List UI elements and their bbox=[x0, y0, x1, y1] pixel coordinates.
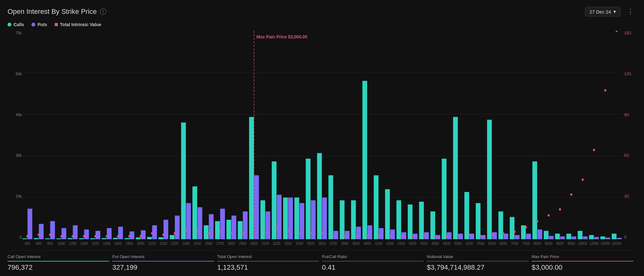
svg-rect-209 bbox=[617, 238, 621, 239]
svg-rect-42 bbox=[140, 235, 142, 237]
svg-rect-28 bbox=[102, 238, 107, 239]
svg-rect-5 bbox=[39, 224, 44, 239]
svg-rect-186 bbox=[548, 214, 550, 217]
call-oi-label: Call Open Interest bbox=[8, 254, 109, 259]
svg-rect-210 bbox=[616, 31, 618, 32]
total-oi-label: Total Open Interest bbox=[217, 254, 319, 259]
svg-rect-152 bbox=[453, 117, 458, 239]
svg-rect-53 bbox=[175, 216, 180, 239]
svg-text:2600: 2600 bbox=[205, 241, 213, 245]
put-call-value: 0.41 bbox=[322, 263, 424, 272]
svg-rect-44 bbox=[147, 237, 152, 239]
svg-text:2400: 2400 bbox=[182, 241, 190, 245]
svg-rect-154 bbox=[457, 235, 459, 237]
svg-rect-2 bbox=[26, 235, 28, 237]
footer-max-pain: Max Pain Price $3,000.00 bbox=[532, 251, 636, 276]
puts-icon bbox=[31, 23, 35, 26]
calls-icon bbox=[8, 23, 11, 26]
date-selector[interactable]: 27 Dec 24 ▾ bbox=[585, 7, 621, 17]
svg-rect-58 bbox=[185, 229, 187, 231]
notional-value: $3,794,714,988.27 bbox=[427, 263, 528, 272]
svg-rect-206 bbox=[604, 89, 606, 92]
svg-rect-25 bbox=[96, 231, 100, 239]
svg-rect-6 bbox=[38, 234, 40, 236]
total-underline bbox=[217, 261, 319, 262]
svg-rect-16 bbox=[68, 238, 73, 239]
svg-text:3200: 3200 bbox=[273, 241, 280, 245]
puts-label: Puts bbox=[37, 22, 47, 27]
svg-text:3600: 3600 bbox=[318, 241, 326, 245]
info-icon[interactable]: i bbox=[100, 8, 106, 15]
footer-total-oi: Total Open Interest 1,123,571 bbox=[217, 251, 322, 276]
svg-rect-98 bbox=[298, 232, 300, 234]
svg-rect-26 bbox=[94, 235, 96, 237]
svg-rect-54 bbox=[174, 232, 176, 234]
svg-text:3400: 3400 bbox=[296, 241, 303, 245]
svg-rect-68 bbox=[215, 221, 220, 239]
svg-rect-48 bbox=[158, 237, 163, 239]
svg-rect-132 bbox=[397, 200, 401, 239]
svg-rect-118 bbox=[355, 235, 357, 237]
svg-rect-180 bbox=[532, 161, 537, 239]
svg-rect-4 bbox=[34, 238, 38, 239]
svg-rect-77 bbox=[243, 211, 247, 239]
svg-rect-78 bbox=[242, 232, 244, 234]
svg-rect-130 bbox=[389, 235, 391, 237]
svg-rect-189 bbox=[560, 236, 565, 239]
legend: Calls Puts Total Intrinsic Value bbox=[8, 22, 636, 27]
tiv-icon bbox=[55, 23, 58, 26]
footer-put-call: Put/Call Ratio 0.41 bbox=[322, 251, 427, 276]
svg-rect-18 bbox=[72, 235, 74, 237]
svg-rect-20 bbox=[79, 238, 84, 239]
svg-rect-72 bbox=[226, 220, 231, 239]
svg-text:1400: 1400 bbox=[80, 241, 88, 245]
svg-rect-32 bbox=[113, 238, 118, 239]
svg-rect-193 bbox=[571, 236, 576, 239]
svg-text:5200: 5200 bbox=[466, 241, 473, 245]
svg-rect-160 bbox=[476, 203, 480, 239]
svg-rect-10 bbox=[49, 234, 51, 236]
max-pain-footer-value: $3,000.00 bbox=[532, 263, 633, 272]
svg-text:4600: 4600 bbox=[431, 241, 439, 245]
svg-text:3300: 3300 bbox=[284, 241, 292, 245]
svg-rect-108 bbox=[328, 175, 333, 239]
svg-rect-194 bbox=[570, 194, 572, 196]
svg-text:1800: 1800 bbox=[114, 241, 122, 245]
svg-rect-106 bbox=[321, 232, 323, 234]
put-oi-value: 327,199 bbox=[112, 263, 214, 272]
svg-rect-184 bbox=[544, 231, 548, 239]
svg-rect-164 bbox=[487, 120, 492, 239]
svg-rect-197 bbox=[583, 236, 587, 239]
more-menu-button[interactable]: ⋮ bbox=[625, 6, 636, 17]
svg-text:4100: 4100 bbox=[375, 241, 382, 245]
svg-rect-110 bbox=[332, 235, 334, 237]
svg-text:400: 400 bbox=[25, 241, 30, 245]
svg-text:4500: 4500 bbox=[420, 241, 428, 245]
svg-rect-12 bbox=[57, 238, 61, 239]
chart-inner: 4006008001000120014001500160018001900200… bbox=[22, 31, 622, 249]
svg-text:4000: 4000 bbox=[364, 241, 371, 245]
legend-tiv: Total Intrinsic Value bbox=[55, 22, 101, 27]
svg-rect-49 bbox=[164, 220, 168, 239]
svg-rect-112 bbox=[340, 200, 344, 239]
svg-text:6000: 6000 bbox=[488, 241, 496, 245]
main-container: Open Interest By Strike Price i 27 Dec 2… bbox=[0, 0, 644, 276]
svg-text:7000: 7000 bbox=[511, 241, 519, 245]
svg-rect-81 bbox=[254, 175, 259, 239]
svg-text:2000: 2000 bbox=[137, 241, 144, 245]
svg-rect-69 bbox=[220, 209, 225, 239]
svg-rect-94 bbox=[287, 229, 289, 231]
svg-text:2200: 2200 bbox=[159, 241, 167, 245]
svg-rect-0 bbox=[22, 238, 27, 239]
svg-text:2300: 2300 bbox=[171, 241, 179, 245]
svg-rect-76 bbox=[238, 221, 242, 239]
svg-text:2100: 2100 bbox=[148, 241, 156, 245]
svg-rect-109 bbox=[334, 231, 338, 239]
svg-rect-117 bbox=[356, 227, 361, 239]
svg-rect-172 bbox=[510, 217, 514, 239]
svg-rect-201 bbox=[594, 237, 599, 239]
svg-rect-166 bbox=[491, 234, 493, 236]
footer-put-oi: Put Open Interest 327,199 bbox=[112, 251, 217, 276]
svg-rect-62 bbox=[197, 231, 198, 233]
svg-rect-36 bbox=[125, 238, 129, 239]
